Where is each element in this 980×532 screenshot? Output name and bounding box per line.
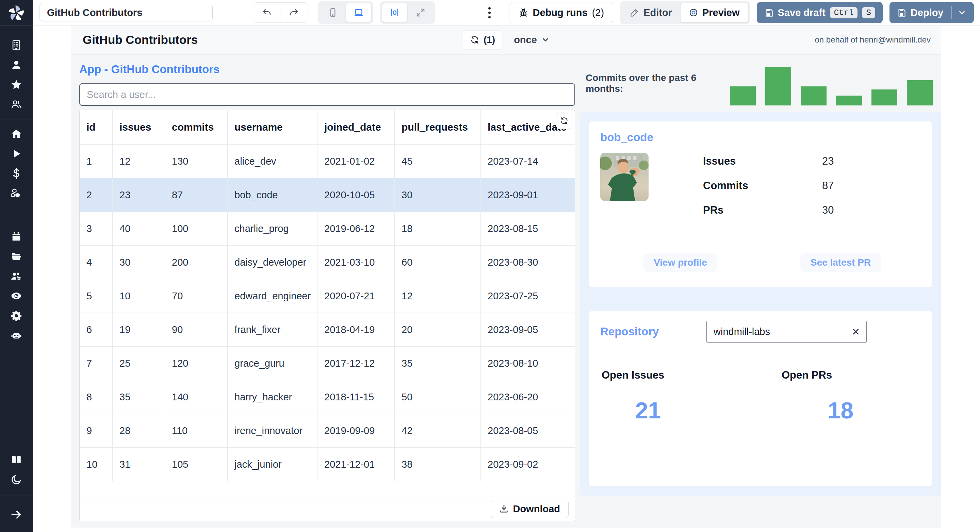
dollar-icon[interactable] (0, 164, 33, 183)
table-cell: 2023-08-10 (481, 346, 574, 380)
open-prs-label: Open PRs (760, 369, 921, 381)
details-panel: Commits over the past 6 months: bob_code (580, 54, 941, 527)
folder-icon[interactable] (0, 247, 33, 266)
editor-preview-toggle: Editor Preview (620, 1, 749, 24)
user-stats: Issues23 Commits87 PRs30 (703, 153, 921, 218)
table-row[interactable]: 340100charlie_prog2019-06-12182023-08-15 (80, 212, 575, 246)
table-row[interactable]: 112130alice_dev2021-01-02452023-07-14 (80, 145, 575, 178)
repository-input[interactable] (706, 321, 867, 343)
table-cell: 8 (80, 380, 113, 414)
refresh-icon (470, 35, 479, 44)
save-draft-button[interactable]: Save draft Ctrl S (757, 2, 883, 23)
view-profile-button[interactable]: View profile (643, 253, 717, 272)
app-link-heading: App - GitHub Contributors (79, 63, 575, 76)
more-options-kebab[interactable] (485, 7, 494, 18)
table-cell: frank_fixer (228, 313, 318, 346)
table-cell: 35 (113, 380, 165, 414)
table-cell: 105 (165, 448, 228, 481)
table-row[interactable]: 1031105jack_junior2021-12-01382023-09-02 (80, 448, 575, 481)
table-cell: 35 (395, 346, 481, 380)
table-cell: 30 (113, 246, 165, 279)
contributors-panel: App - GitHub Contributors idissuescommit… (79, 63, 575, 521)
table-row[interactable]: 61990frank_fixer2018-04-19202023-09-05 (80, 313, 575, 346)
refresh-count: (1) (484, 34, 495, 45)
kbd-ctrl: Ctrl (830, 7, 858, 18)
table-cell: 2023-09-01 (481, 178, 574, 211)
avatar (600, 153, 649, 201)
app-title-input[interactable] (39, 4, 213, 21)
editor-tab[interactable]: Editor (622, 3, 680, 22)
table-cell: 19 (113, 313, 165, 346)
undo-button[interactable] (253, 3, 280, 22)
deploy-chevron-icon[interactable] (958, 8, 966, 17)
table-row[interactable]: 22387bob_code2020-10-05302023-09-01 (80, 178, 575, 212)
table-row[interactable]: 430200daisy_developer2021-03-10602023-08… (80, 246, 575, 279)
mobile-view-button[interactable] (320, 3, 346, 22)
book-icon[interactable] (0, 450, 33, 470)
eye-icon[interactable] (0, 286, 33, 306)
redo-button[interactable] (280, 3, 308, 22)
save-icon (764, 8, 773, 17)
windmill-logo[interactable] (0, 0, 33, 26)
desktop-view-button[interactable] (346, 3, 372, 22)
layout-toggle-group (380, 2, 435, 24)
center-align-button[interactable] (382, 3, 408, 22)
home-icon[interactable] (0, 124, 33, 144)
app-refresh-button[interactable]: (1) (463, 30, 502, 49)
table-cell: 12 (395, 279, 481, 313)
table-cell: 100 (165, 212, 228, 245)
clear-input-icon[interactable] (850, 326, 862, 338)
calendar-icon[interactable] (0, 227, 33, 247)
table-cell: 2023-07-25 (481, 279, 574, 313)
moon-icon[interactable] (0, 470, 33, 489)
table-cell: 2023-09-05 (481, 313, 574, 346)
chart-bar (836, 95, 862, 105)
download-button[interactable]: Download (491, 500, 569, 518)
table-footer: Download (80, 497, 575, 521)
schedule-dropdown[interactable]: once (514, 34, 550, 46)
star-icon[interactable] (0, 75, 33, 95)
see-latest-pr-button[interactable]: See latest PR (800, 253, 881, 272)
arrow-right-icon[interactable] (0, 505, 33, 524)
building-icon[interactable] (0, 35, 33, 55)
play-icon[interactable] (0, 144, 33, 164)
expand-button[interactable] (408, 3, 434, 22)
table-cell: daisy_developer (228, 246, 318, 279)
table-cell: 110 (165, 414, 228, 447)
deploy-button[interactable]: Deploy (889, 2, 974, 23)
search-input[interactable] (79, 83, 575, 106)
table-cell: 5 (80, 279, 113, 313)
table-cell: 60 (395, 246, 481, 279)
table-row[interactable]: 51070edward_engineer2020-07-21122023-07-… (80, 279, 575, 313)
table-cell: 87 (165, 178, 228, 211)
table-cell: 2023-08-30 (481, 246, 574, 279)
debug-runs-button[interactable]: Debug runs (2) (509, 2, 614, 23)
users-icon[interactable] (0, 95, 33, 114)
table-cell: 2023-06-20 (481, 380, 574, 414)
gear-icon[interactable] (0, 306, 33, 326)
chart-bar (801, 86, 827, 105)
table-cell: 20 (395, 313, 481, 346)
preview-tab[interactable]: Preview (680, 3, 748, 22)
table-refresh-button[interactable] (556, 113, 572, 129)
table-cell: 25 (113, 346, 165, 380)
debug-runs-count: (2) (592, 7, 604, 18)
table-row[interactable]: 835140harry_hacker2018-11-15502023-06-20 (80, 380, 575, 414)
user-icon[interactable] (0, 55, 33, 75)
table-row[interactable]: 725120grace_guru2017-12-12352023-08-10 (80, 346, 575, 380)
table-body: 112130alice_dev2021-01-02452023-07-14223… (80, 145, 575, 481)
app-page-title: GitHub Contributors (83, 33, 198, 47)
table-cell: 2018-04-19 (318, 313, 395, 346)
cubes-icon[interactable] (0, 183, 33, 203)
open-issues-label: Open Issues (600, 369, 760, 381)
table-cell: irene_innovator (228, 414, 318, 447)
sidebar (0, 0, 33, 532)
table-cell: 2021-12-01 (318, 448, 395, 481)
table-cell: edward_engineer (228, 279, 318, 313)
device-toggle-group (318, 2, 373, 24)
users-gear-icon[interactable] (0, 266, 33, 286)
table-row[interactable]: 928110irene_innovator2019-09-09422023-08… (80, 414, 575, 448)
table-cell: 1 (80, 145, 113, 178)
robot-icon[interactable] (0, 326, 33, 345)
table-column-header: username (228, 110, 318, 144)
